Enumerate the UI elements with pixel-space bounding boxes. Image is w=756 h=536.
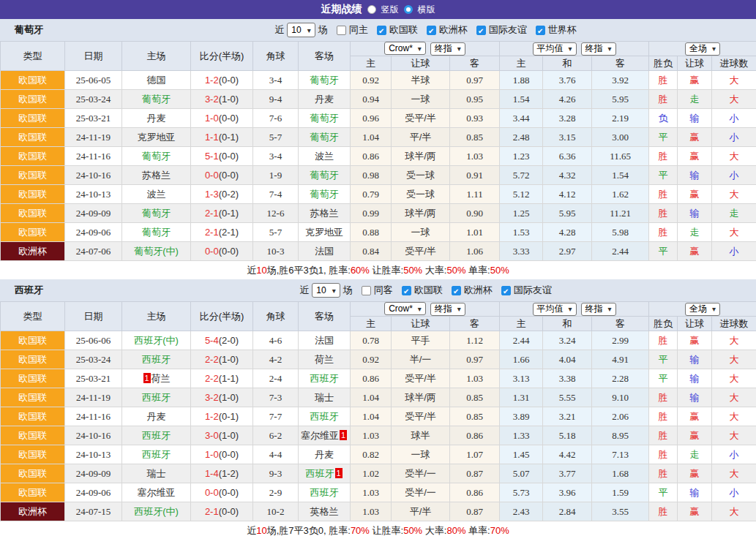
goals-result-cell: 大 bbox=[712, 502, 756, 521]
league-checkbox[interactable]: ✔ bbox=[402, 286, 411, 295]
handicap-result-cell: 输 bbox=[678, 204, 712, 223]
same-venue-checkbox[interactable] bbox=[337, 26, 346, 35]
avg-home-cell: 3.44 bbox=[500, 109, 543, 128]
sub-col-header: 客 bbox=[450, 317, 500, 331]
handicap-result-cell: 输 bbox=[678, 483, 712, 502]
match-count-select[interactable]: 10▾ bbox=[312, 283, 340, 298]
sub-col-header: 让球 bbox=[392, 317, 450, 331]
average-source-select[interactable]: 平均值▾ bbox=[533, 303, 577, 316]
home-odds-cell: 0.92 bbox=[351, 350, 392, 369]
away-team-cell: 西班牙 bbox=[299, 407, 351, 426]
corner-cell: 7-6 bbox=[253, 109, 299, 128]
summary-text: 50% bbox=[403, 525, 422, 536]
league-checkbox[interactable]: ✔ bbox=[536, 26, 545, 35]
league-label: 欧洲杯 bbox=[439, 23, 468, 37]
handicap-result-cell: 赢 bbox=[678, 426, 712, 445]
avg-home-cell: 1.23 bbox=[500, 147, 543, 166]
average-source-select[interactable]: 平均值▾ bbox=[533, 42, 577, 56]
same-venue-checkbox[interactable] bbox=[362, 286, 371, 295]
score-cell: 2-1(0-0) bbox=[191, 502, 253, 521]
home-team-name: 葡萄牙 bbox=[142, 227, 171, 238]
select-value: 全场 bbox=[689, 303, 707, 315]
handicap-cell: 一球 bbox=[392, 90, 450, 109]
avg-away-cell: 1.59 bbox=[592, 483, 649, 502]
filter-bar: 西班牙近10▾场同客✔欧国联✔欧洲杯✔国际友谊 bbox=[0, 279, 756, 301]
handicap-result-cell: 赢 bbox=[678, 331, 712, 350]
home-odds-cell: 0.99 bbox=[351, 204, 392, 223]
horizontal-layout-radio[interactable] bbox=[404, 5, 413, 14]
away-odds-cell: 0.86 bbox=[450, 426, 500, 445]
halftime-score: (1-2) bbox=[219, 468, 239, 479]
match-result-cell: 胜 bbox=[649, 90, 678, 109]
summary-bar: 近10场,胜7平3负0, 胜率:70% 让胜率:50% 大率:80% 单率:70… bbox=[0, 521, 756, 536]
vertical-layout-radio[interactable] bbox=[367, 5, 376, 14]
halftime-score: (1-0) bbox=[219, 392, 239, 403]
summary-text: 让胜率: bbox=[370, 265, 403, 276]
avg-away-cell: 1.62 bbox=[592, 185, 649, 204]
odds-source-select[interactable]: Crow*▾ bbox=[384, 302, 426, 315]
fulltime-score: 1-0 bbox=[205, 449, 219, 460]
score-cell: 1-2(0-0) bbox=[191, 71, 253, 90]
handicap-cell: 球半/两 bbox=[392, 388, 450, 407]
competition-cell: 欧国联 bbox=[1, 90, 65, 109]
horizontal-layout-label: 横版 bbox=[418, 4, 435, 16]
avg-away-cell: 1.68 bbox=[592, 464, 649, 483]
match-count-select[interactable]: 10▾ bbox=[287, 23, 315, 37]
avg-draw-cell: 3.76 bbox=[543, 71, 592, 90]
date-cell: 24-11-19 bbox=[65, 128, 122, 147]
away-odds-cell: 0.87 bbox=[450, 502, 500, 521]
league-checkbox[interactable]: ✔ bbox=[377, 26, 386, 35]
odds-source-select[interactable]: Crow*▾ bbox=[384, 42, 426, 55]
competition-cell: 欧国联 bbox=[1, 483, 65, 502]
corner-cell: 6-2 bbox=[253, 426, 299, 445]
table-row: 欧国联24-10-16西班牙3-0(1-0)6-2塞尔维亚11.03球半0.86… bbox=[1, 426, 756, 445]
league-checkbox[interactable]: ✔ bbox=[452, 286, 461, 295]
same-venue-label: 同主 bbox=[349, 23, 368, 37]
avg-draw-cell: 3.38 bbox=[543, 369, 592, 388]
away-team-name: 荷兰 bbox=[315, 354, 334, 365]
league-checkbox[interactable]: ✔ bbox=[476, 26, 486, 35]
col-header: 主场 bbox=[122, 302, 191, 331]
away-odds-cell: 1.03 bbox=[450, 147, 500, 166]
avg-draw-cell: 5.55 bbox=[543, 388, 592, 407]
odds-final-select[interactable]: 终指▾ bbox=[430, 42, 465, 56]
goals-result-cell: 大 bbox=[712, 90, 756, 109]
league-checkbox[interactable]: ✔ bbox=[501, 286, 511, 295]
home-odds-cell: 0.84 bbox=[351, 242, 392, 261]
avg-home-cell: 3.89 bbox=[500, 407, 543, 426]
sub-col-header: 胜负 bbox=[649, 56, 678, 71]
date-cell: 25-03-21 bbox=[65, 109, 122, 128]
fulltime-scope-select[interactable]: 全场▾ bbox=[685, 42, 720, 56]
fulltime-score: 3-0 bbox=[205, 430, 219, 441]
match-result-cell: 胜 bbox=[649, 445, 678, 464]
avg-draw-cell: 4.04 bbox=[543, 350, 592, 369]
handicap-result-cell: 赢 bbox=[678, 128, 712, 147]
league-checkbox[interactable]: ✔ bbox=[427, 26, 436, 35]
handicap-cell: 一球 bbox=[392, 445, 450, 464]
competition-cell: 欧国联 bbox=[1, 223, 65, 242]
table-body: 欧国联25-06-06西班牙(中)5-4(2-0)4-6法国0.78平手1.12… bbox=[1, 331, 756, 521]
away-team-name: 葡萄牙 bbox=[310, 75, 339, 86]
sub-col-header: 客 bbox=[592, 317, 649, 331]
table-row: 欧国联24-11-16葡萄牙5-1(0-0)3-4波兰0.86球半/两1.031… bbox=[1, 147, 756, 166]
score-cell: 5-4(2-0) bbox=[191, 331, 253, 350]
sub-col-header: 让球 bbox=[678, 317, 712, 331]
away-team-name: 葡萄牙 bbox=[310, 113, 339, 124]
league-label: 欧国联 bbox=[389, 23, 418, 37]
fulltime-scope-select[interactable]: 全场▾ bbox=[685, 303, 720, 316]
average-final-select[interactable]: 终指▾ bbox=[581, 303, 616, 316]
date-cell: 24-10-13 bbox=[65, 445, 122, 464]
away-team-cell: 葡萄牙 bbox=[299, 166, 351, 185]
away-team-name: 西班牙 bbox=[306, 468, 334, 479]
away-odds-cell: 0.90 bbox=[450, 204, 500, 223]
home-odds-cell: 1.03 bbox=[351, 426, 392, 445]
home-odds-cell: 1.04 bbox=[351, 128, 392, 147]
halftime-score: (0-1) bbox=[219, 411, 239, 422]
odds-final-select[interactable]: 终指▾ bbox=[430, 303, 465, 316]
away-odds-cell: 0.85 bbox=[450, 128, 500, 147]
home-team-name: 瑞士 bbox=[147, 468, 166, 479]
chevron-down-icon: ▾ bbox=[457, 45, 461, 53]
average-final-select[interactable]: 终指▾ bbox=[581, 42, 616, 56]
col-header: 客场 bbox=[299, 42, 351, 71]
avg-draw-cell: 4.12 bbox=[543, 185, 592, 204]
